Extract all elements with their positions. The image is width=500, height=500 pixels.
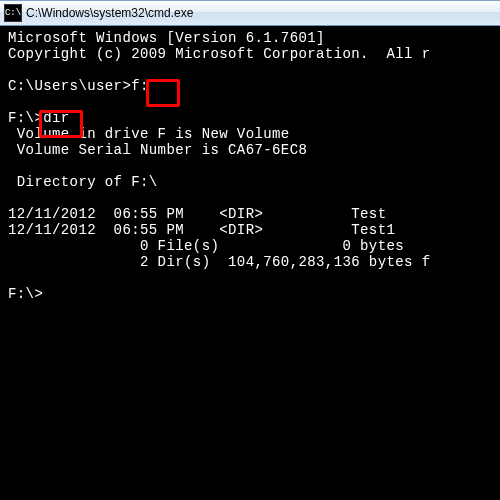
cmd-icon: C:\ <box>4 4 22 22</box>
window-title: C:\Windows\system32\cmd.exe <box>26 5 496 21</box>
files-summary: 0 File(s) 0 bytes <box>8 238 404 254</box>
prompt-line-2: F:\>dir <box>8 110 70 126</box>
dir-row: 12/11/2012 06:55 PM <DIR> Test1 <box>8 222 395 238</box>
titlebar[interactable]: C:\ C:\Windows\system32\cmd.exe <box>0 0 500 26</box>
console-output[interactable]: Microsoft Windows [Version 6.1.7601] Cop… <box>0 26 500 500</box>
cmd-window: C:\ C:\Windows\system32\cmd.exe Microsof… <box>0 0 500 500</box>
volume-name: Volume in drive F is New Volume <box>8 126 290 142</box>
volume-serial: Volume Serial Number is CA67-6EC8 <box>8 142 307 158</box>
dirs-summary: 2 Dir(s) 104,760,283,136 bytes f <box>8 254 430 270</box>
banner-copyright: Copyright (c) 2009 Microsoft Corporation… <box>8 46 430 62</box>
dir-row: 12/11/2012 06:55 PM <DIR> Test <box>8 206 386 222</box>
directory-header: Directory of F:\ <box>8 174 158 190</box>
prompt-cursor: F:\> <box>8 286 43 302</box>
banner-version: Microsoft Windows [Version 6.1.7601] <box>8 30 325 46</box>
prompt-line-1: C:\Users\user>f: <box>8 78 149 94</box>
